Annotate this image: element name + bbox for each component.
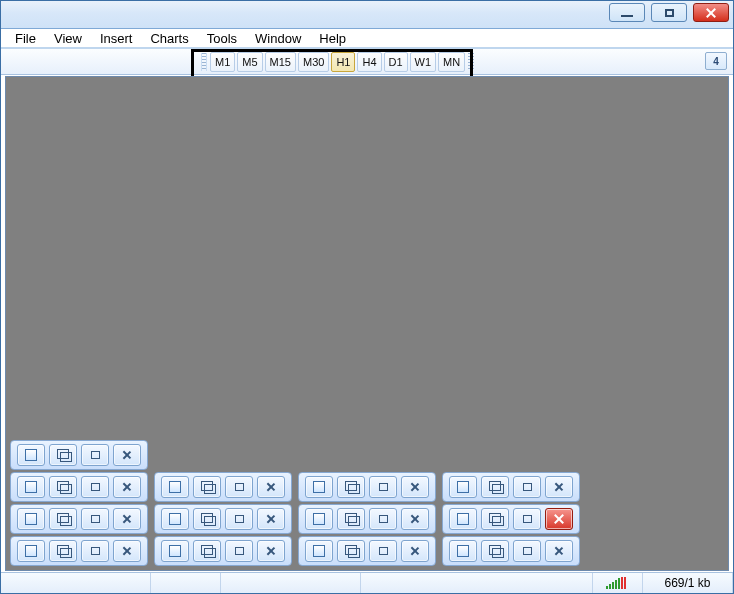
child-menu-button[interactable] (161, 508, 189, 530)
child-restore-button[interactable] (49, 540, 77, 562)
child-restore-button[interactable] (337, 540, 365, 562)
child-close-button[interactable] (545, 540, 573, 562)
child-close-button[interactable] (401, 508, 429, 530)
close-button[interactable] (693, 3, 729, 22)
minimized-chart-window[interactable] (154, 504, 292, 534)
child-close-button[interactable] (545, 476, 573, 498)
child-menu-button[interactable] (17, 444, 45, 466)
child-maximize-button[interactable] (513, 476, 541, 498)
child-restore-button[interactable] (49, 476, 77, 498)
child-menu-button[interactable] (305, 540, 333, 562)
menu-insert[interactable]: Insert (92, 29, 141, 48)
child-close-button[interactable] (401, 540, 429, 562)
child-close-button[interactable] (257, 476, 285, 498)
child-restore-button[interactable] (481, 508, 509, 530)
minimized-chart-window-active[interactable] (442, 504, 580, 534)
child-close-button[interactable] (401, 476, 429, 498)
period-m30[interactable]: M30 (298, 52, 329, 72)
child-restore-button[interactable] (193, 508, 221, 530)
child-maximize-button[interactable] (369, 508, 397, 530)
period-m5[interactable]: M5 (237, 52, 262, 72)
period-d1[interactable]: D1 (384, 52, 408, 72)
child-close-button[interactable] (257, 540, 285, 562)
period-w1[interactable]: W1 (410, 52, 437, 72)
child-restore-button[interactable] (49, 508, 77, 530)
minimized-chart-window[interactable] (10, 504, 148, 534)
child-menu-button[interactable] (449, 508, 477, 530)
child-close-button[interactable] (113, 444, 141, 466)
child-maximize-button[interactable] (81, 540, 109, 562)
restore-icon (201, 481, 214, 493)
child-close-button[interactable] (113, 508, 141, 530)
minimized-chart-window[interactable] (298, 504, 436, 534)
child-menu-button[interactable] (449, 476, 477, 498)
child-maximize-button[interactable] (225, 476, 253, 498)
chart-count-widget[interactable]: 4 (705, 52, 727, 70)
close-icon (121, 545, 133, 557)
child-restore-button[interactable] (193, 540, 221, 562)
close-icon (265, 481, 277, 493)
child-maximize-button[interactable] (81, 444, 109, 466)
minimized-chart-window[interactable] (442, 472, 580, 502)
child-maximize-button[interactable] (369, 540, 397, 562)
child-close-button[interactable] (545, 508, 573, 530)
minimize-button[interactable] (609, 3, 645, 22)
child-maximize-button[interactable] (513, 540, 541, 562)
minimized-chart-window[interactable] (10, 440, 148, 470)
period-h1[interactable]: H1 (331, 52, 355, 72)
child-maximize-button[interactable] (369, 476, 397, 498)
child-menu-button[interactable] (17, 508, 45, 530)
child-menu-button[interactable] (449, 540, 477, 562)
connection-indicator[interactable] (593, 573, 643, 593)
menu-tools[interactable]: Tools (199, 29, 245, 48)
minimized-chart-window[interactable] (10, 536, 148, 566)
maximize-button[interactable] (651, 3, 687, 22)
child-menu-button[interactable] (305, 476, 333, 498)
period-h4[interactable]: H4 (357, 52, 381, 72)
traffic-status: 669/1 kb (643, 573, 733, 593)
child-restore-button[interactable] (481, 540, 509, 562)
child-maximize-button[interactable] (225, 540, 253, 562)
maximize-icon (379, 483, 388, 491)
child-restore-button[interactable] (193, 476, 221, 498)
child-menu-button[interactable] (161, 476, 189, 498)
toolbar-end-grip[interactable] (468, 53, 474, 71)
child-menu-button[interactable] (305, 508, 333, 530)
minimized-chart-window[interactable] (442, 536, 580, 566)
child-maximize-button[interactable] (225, 508, 253, 530)
maximize-icon (235, 547, 244, 555)
child-menu-button[interactable] (161, 540, 189, 562)
minimized-chart-window[interactable] (10, 472, 148, 502)
period-m15[interactable]: M15 (265, 52, 296, 72)
child-close-button[interactable] (257, 508, 285, 530)
child-close-button[interactable] (113, 540, 141, 562)
child-maximize-button[interactable] (81, 508, 109, 530)
menu-view[interactable]: View (46, 29, 90, 48)
minimized-chart-window[interactable] (298, 472, 436, 502)
child-restore-button[interactable] (49, 444, 77, 466)
period-m1[interactable]: M1 (210, 52, 235, 72)
minimized-chart-window[interactable] (154, 536, 292, 566)
child-restore-button[interactable] (481, 476, 509, 498)
menu-charts[interactable]: Charts (142, 29, 196, 48)
signal-bars-icon (606, 577, 626, 589)
minimized-chart-window[interactable] (154, 472, 292, 502)
menu-help[interactable]: Help (311, 29, 354, 48)
close-icon (121, 449, 133, 461)
child-restore-button[interactable] (337, 476, 365, 498)
menu-file[interactable]: File (7, 29, 44, 48)
child-maximize-button[interactable] (513, 508, 541, 530)
period-mn[interactable]: MN (438, 52, 465, 72)
close-icon (121, 513, 133, 525)
child-maximize-button[interactable] (81, 476, 109, 498)
child-menu-button[interactable] (17, 476, 45, 498)
menu-window[interactable]: Window (247, 29, 309, 48)
child-close-button[interactable] (113, 476, 141, 498)
close-icon (121, 481, 133, 493)
toolbar-grip[interactable] (201, 53, 207, 71)
maximize-icon (91, 451, 100, 459)
document-icon (457, 545, 469, 557)
minimized-chart-window[interactable] (298, 536, 436, 566)
child-menu-button[interactable] (17, 540, 45, 562)
child-restore-button[interactable] (337, 508, 365, 530)
